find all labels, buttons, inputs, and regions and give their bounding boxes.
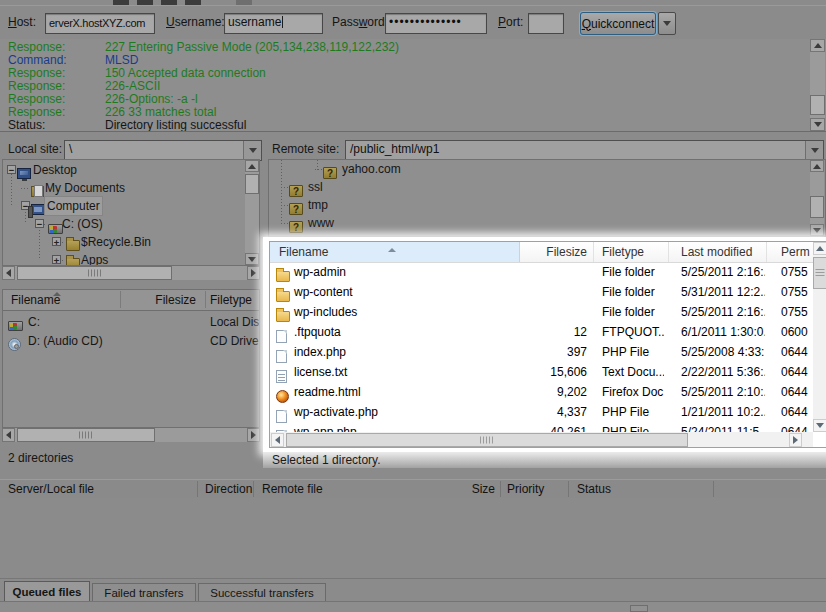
password-input[interactable]: •••••••••••••• xyxy=(385,13,487,34)
scroll-left-button[interactable] xyxy=(271,433,284,447)
tab-successful-transfers[interactable]: Successful transfers xyxy=(198,583,326,601)
file-type: File folder xyxy=(602,262,664,282)
column-divider[interactable] xyxy=(205,291,206,308)
scroll-up-button[interactable] xyxy=(245,160,259,172)
remote-file-row[interactable]: wp-activate.php4,337PHP File1/21/2011 10… xyxy=(270,402,826,422)
local-tree-item[interactable]: My Documents xyxy=(3,179,243,197)
remote-file-row[interactable]: wp-adminFile folder5/25/2011 2:16:...075… xyxy=(270,262,826,282)
combobox-arrow-button[interactable] xyxy=(243,141,261,160)
column-divider[interactable] xyxy=(713,481,714,497)
remote-file-row[interactable]: wp-contentFile folder5/31/2011 12:2...07… xyxy=(270,282,826,302)
tab-failed-transfers[interactable]: Failed transfers xyxy=(92,583,196,601)
scroll-right-button[interactable] xyxy=(247,428,260,442)
column-header-last-modified[interactable]: Last modified xyxy=(681,245,752,259)
scroll-left-button[interactable] xyxy=(2,428,15,442)
scroll-right-button[interactable] xyxy=(789,433,802,447)
remote-files-scrollbar[interactable] xyxy=(813,242,826,432)
remote-file-row[interactable]: .ftpquota12FTPQUOT...6/1/2011 1:30:0...0… xyxy=(270,322,826,342)
thumb-grip xyxy=(816,269,825,277)
remote-tree-item[interactable]: ?yahoo.com xyxy=(269,160,789,178)
arrow-right-icon xyxy=(793,436,798,444)
transfer-queue-header[interactable]: Server/Local fileDirectionRemote fileSiz… xyxy=(0,479,826,500)
remote-tree-scrollbar[interactable] xyxy=(810,160,824,236)
remote-site-combobox[interactable]: /public_html/wp1 xyxy=(345,140,824,161)
quickconnect-button[interactable]: Quickconnect xyxy=(580,12,656,35)
scroll-down-button[interactable] xyxy=(813,419,826,432)
scrollbar-thumb[interactable] xyxy=(810,95,825,115)
queue-column-header-server-local-file[interactable]: Server/Local file xyxy=(8,482,94,496)
username-input[interactable]: username xyxy=(224,13,323,34)
remote-file-row[interactable]: readme.html9,202Firefox Doc...5/25/2011 … xyxy=(270,382,826,402)
remote-file-row[interactable]: wp-includesFile folder5/25/2011 2:16:...… xyxy=(270,302,826,322)
tree-connector xyxy=(21,188,30,189)
remote-tree-item[interactable]: ?ssl xyxy=(269,178,789,196)
scrollbar-thumb[interactable] xyxy=(286,433,688,447)
scroll-down-button[interactable] xyxy=(810,118,825,131)
log-entry-text: 227 Entering Passive Mode (205,134,238,1… xyxy=(105,41,399,54)
local-files-hscrollbar[interactable] xyxy=(2,428,260,442)
column-divider[interactable] xyxy=(120,291,121,308)
log-scrollbar[interactable] xyxy=(810,39,825,131)
host-input[interactable]: erverX.hostXYZ.com xyxy=(45,13,155,34)
scroll-up-button[interactable] xyxy=(810,160,824,172)
remote-tree-item[interactable]: ?www xyxy=(269,214,789,232)
scrollbar-thumb[interactable] xyxy=(17,428,155,442)
queue-column-header-size[interactable]: Size xyxy=(440,482,495,496)
expand-icon[interactable]: + xyxy=(52,237,61,246)
quickconnect-bar: Host: erverX.hostXYZ.com Username: usern… xyxy=(0,5,826,40)
column-divider[interactable] xyxy=(668,242,669,262)
column-header-filetype[interactable]: Filetype xyxy=(602,245,644,259)
tree-connector xyxy=(281,160,282,224)
column-divider[interactable] xyxy=(253,481,254,497)
remote-file-row[interactable]: license.txt15,606Text Docu...2/22/2011 5… xyxy=(270,362,826,382)
collapse-icon[interactable]: − xyxy=(35,219,44,228)
file-name: wp-content xyxy=(294,282,353,302)
column-divider[interactable] xyxy=(500,481,501,497)
arrow-down-icon xyxy=(816,423,824,428)
local-tree-item[interactable]: −Computer xyxy=(3,197,243,215)
local-tree-item[interactable]: −Desktop xyxy=(3,161,243,179)
scroll-right-button[interactable] xyxy=(247,266,260,280)
column-header-filesize[interactable]: Filesize xyxy=(515,245,587,259)
remote-tree-item[interactable]: ?tmp xyxy=(269,196,789,214)
column-header-permissions[interactable]: Perm xyxy=(781,245,810,259)
column-header-filesize[interactable]: Filesize xyxy=(128,293,196,307)
scrollbar-thumb[interactable] xyxy=(810,196,824,218)
column-divider[interactable] xyxy=(568,481,569,497)
remote-directory-tree: ?yahoo.com?ssl?tmp?www xyxy=(268,159,826,237)
column-header-filetype[interactable]: Filetype xyxy=(210,293,252,307)
scroll-down-button[interactable] xyxy=(810,224,824,236)
scroll-up-button[interactable] xyxy=(813,242,826,255)
scrollbar-thumb[interactable] xyxy=(245,174,259,194)
remote-file-row[interactable]: index.php397PHP File5/25/2008 4:33:...06… xyxy=(270,342,826,362)
scroll-up-button[interactable] xyxy=(810,39,825,52)
column-header-filename[interactable]: Filename xyxy=(279,245,328,259)
remote-files-hscrollbar[interactable] xyxy=(270,432,813,448)
scrollbar-thumb[interactable] xyxy=(17,266,172,280)
expand-icon[interactable]: + xyxy=(52,255,61,264)
local-site-combobox[interactable]: \ xyxy=(64,140,262,161)
combobox-arrow-button[interactable] xyxy=(805,141,823,160)
port-input[interactable] xyxy=(528,13,564,34)
queue-column-header-direction[interactable]: Direction xyxy=(205,482,252,496)
column-divider[interactable] xyxy=(593,242,594,262)
queue-column-header-status[interactable]: Status xyxy=(577,482,611,496)
queue-column-header-priority[interactable]: Priority xyxy=(507,482,544,496)
file-type: PHP File xyxy=(602,402,664,422)
column-divider[interactable] xyxy=(197,481,198,497)
scrollbar-thumb[interactable] xyxy=(813,257,826,289)
tab-queued-files[interactable]: Queued files xyxy=(4,581,90,601)
scroll-down-button[interactable] xyxy=(245,253,259,265)
local-tree-scrollbar[interactable] xyxy=(245,160,259,265)
local-file-row[interactable]: C:Local Disk xyxy=(3,313,259,332)
local-tree-hscrollbar[interactable] xyxy=(2,266,260,280)
collapse-icon[interactable]: − xyxy=(7,165,16,174)
remote-file-list-header[interactable]: Filename Filesize Filetype Last modified… xyxy=(270,242,826,263)
scroll-left-button[interactable] xyxy=(2,266,15,280)
resize-grip[interactable] xyxy=(630,605,648,612)
local-file-row[interactable]: D: (Audio CD)CD Drive xyxy=(3,332,259,351)
queue-column-header-remote-file[interactable]: Remote file xyxy=(262,482,323,496)
local-file-list-header[interactable]: Filename Filesize Filetype xyxy=(3,290,259,311)
column-divider[interactable] xyxy=(766,242,767,262)
quickconnect-dropdown-button[interactable] xyxy=(658,12,676,35)
